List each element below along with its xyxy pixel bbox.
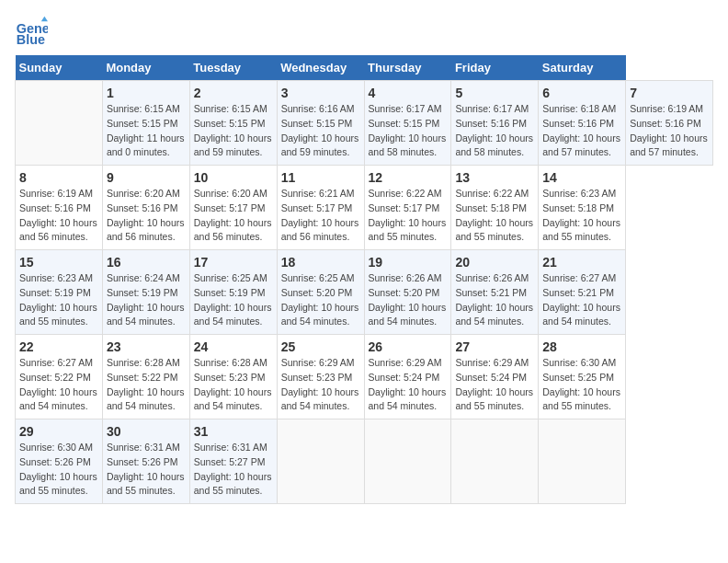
day-header-thursday: Thursday [364, 55, 451, 81]
day-number: 17 [194, 255, 273, 270]
day-number: 28 [542, 339, 621, 354]
day-number: 19 [369, 255, 448, 270]
calendar-cell: 22Sunrise: 6:27 AM Sunset: 5:22 PM Dayli… [16, 335, 103, 419]
day-number: 27 [455, 339, 534, 354]
week-row: 22Sunrise: 6:27 AM Sunset: 5:22 PM Dayli… [16, 335, 713, 419]
calendar-cell: 15Sunrise: 6:23 AM Sunset: 5:19 PM Dayli… [16, 250, 103, 335]
calendar-cell: 19Sunrise: 6:26 AM Sunset: 5:20 PM Dayli… [364, 250, 451, 335]
day-number: 18 [281, 255, 360, 270]
calendar-cell: 17Sunrise: 6:25 AM Sunset: 5:19 PM Dayli… [189, 250, 277, 335]
week-row: 29Sunrise: 6:30 AM Sunset: 5:26 PM Dayli… [16, 419, 713, 504]
calendar-cell: 25Sunrise: 6:29 AM Sunset: 5:23 PM Dayli… [277, 335, 364, 419]
day-number: 16 [107, 255, 186, 270]
day-info: Sunrise: 6:31 AM Sunset: 5:26 PM Dayligh… [107, 441, 186, 499]
logo: General Blue [15, 15, 48, 48]
day-number: 14 [542, 170, 621, 185]
day-info: Sunrise: 6:31 AM Sunset: 5:27 PM Dayligh… [194, 441, 273, 499]
day-number: 26 [369, 339, 448, 354]
day-info: Sunrise: 6:22 AM Sunset: 5:18 PM Dayligh… [455, 187, 534, 245]
page-header: General Blue [15, 15, 713, 48]
day-info: Sunrise: 6:28 AM Sunset: 5:22 PM Dayligh… [107, 356, 186, 414]
day-number: 3 [281, 86, 360, 100]
day-info: Sunrise: 6:20 AM Sunset: 5:17 PM Dayligh… [194, 187, 273, 245]
calendar-cell: 30Sunrise: 6:31 AM Sunset: 5:26 PM Dayli… [102, 419, 189, 504]
day-info: Sunrise: 6:28 AM Sunset: 5:23 PM Dayligh… [194, 356, 273, 414]
day-number: 24 [194, 339, 273, 354]
calendar-cell: 8Sunrise: 6:19 AM Sunset: 5:16 PM Daylig… [16, 166, 103, 250]
day-number: 25 [281, 339, 360, 354]
calendar-cell: 18Sunrise: 6:25 AM Sunset: 5:20 PM Dayli… [277, 250, 364, 335]
day-info: Sunrise: 6:17 AM Sunset: 5:15 PM Dayligh… [369, 102, 448, 160]
calendar-cell: 6Sunrise: 6:18 AM Sunset: 5:16 PM Daylig… [539, 81, 626, 166]
calendar-cell: 10Sunrise: 6:20 AM Sunset: 5:17 PM Dayli… [189, 166, 277, 250]
calendar-cell: 21Sunrise: 6:27 AM Sunset: 5:21 PM Dayli… [539, 250, 626, 335]
calendar-cell: 3Sunrise: 6:16 AM Sunset: 5:15 PM Daylig… [277, 81, 364, 166]
day-number: 21 [542, 255, 621, 270]
calendar-cell: 9Sunrise: 6:20 AM Sunset: 5:16 PM Daylig… [102, 166, 189, 250]
day-number: 12 [369, 170, 448, 185]
day-header-friday: Friday [451, 55, 539, 81]
day-info: Sunrise: 6:29 AM Sunset: 5:24 PM Dayligh… [369, 356, 448, 414]
calendar-cell [364, 419, 451, 504]
day-header-monday: Monday [102, 55, 189, 81]
day-header-sunday: Sunday [16, 55, 103, 81]
day-info: Sunrise: 6:26 AM Sunset: 5:21 PM Dayligh… [455, 271, 534, 329]
week-row: 1Sunrise: 6:15 AM Sunset: 5:15 PM Daylig… [16, 81, 713, 166]
day-number: 30 [107, 424, 186, 439]
day-number: 20 [455, 255, 534, 270]
day-info: Sunrise: 6:27 AM Sunset: 5:22 PM Dayligh… [19, 356, 98, 414]
day-info: Sunrise: 6:30 AM Sunset: 5:26 PM Dayligh… [19, 441, 98, 499]
day-number: 23 [107, 339, 186, 354]
calendar-cell: 11Sunrise: 6:21 AM Sunset: 5:17 PM Dayli… [277, 166, 364, 250]
logo-icon: General Blue [15, 15, 48, 48]
calendar-cell: 7Sunrise: 6:19 AM Sunset: 5:16 PM Daylig… [626, 81, 713, 166]
day-info: Sunrise: 6:27 AM Sunset: 5:21 PM Dayligh… [542, 271, 621, 329]
calendar-cell: 1Sunrise: 6:15 AM Sunset: 5:15 PM Daylig… [102, 81, 189, 166]
day-header-tuesday: Tuesday [189, 55, 277, 81]
empty-cell [16, 81, 103, 166]
week-row: 15Sunrise: 6:23 AM Sunset: 5:19 PM Dayli… [16, 250, 713, 335]
day-info: Sunrise: 6:16 AM Sunset: 5:15 PM Dayligh… [281, 102, 360, 160]
day-number: 1 [107, 86, 186, 100]
calendar-cell: 29Sunrise: 6:30 AM Sunset: 5:26 PM Dayli… [16, 419, 103, 504]
calendar-cell [451, 419, 539, 504]
week-row: 8Sunrise: 6:19 AM Sunset: 5:16 PM Daylig… [16, 166, 713, 250]
day-header-wednesday: Wednesday [277, 55, 364, 81]
day-info: Sunrise: 6:17 AM Sunset: 5:16 PM Dayligh… [455, 102, 534, 160]
calendar-cell: 16Sunrise: 6:24 AM Sunset: 5:19 PM Dayli… [102, 250, 189, 335]
header-row: SundayMondayTuesdayWednesdayThursdayFrid… [16, 55, 713, 81]
day-number: 10 [194, 170, 273, 185]
day-info: Sunrise: 6:19 AM Sunset: 5:16 PM Dayligh… [19, 187, 98, 245]
day-number: 22 [19, 339, 98, 354]
calendar-cell: 13Sunrise: 6:22 AM Sunset: 5:18 PM Dayli… [451, 166, 539, 250]
calendar-cell: 23Sunrise: 6:28 AM Sunset: 5:22 PM Dayli… [102, 335, 189, 419]
day-info: Sunrise: 6:25 AM Sunset: 5:19 PM Dayligh… [194, 271, 273, 329]
calendar-cell: 5Sunrise: 6:17 AM Sunset: 5:16 PM Daylig… [451, 81, 539, 166]
day-info: Sunrise: 6:15 AM Sunset: 5:15 PM Dayligh… [194, 102, 273, 160]
day-info: Sunrise: 6:15 AM Sunset: 5:15 PM Dayligh… [107, 102, 186, 160]
day-info: Sunrise: 6:18 AM Sunset: 5:16 PM Dayligh… [542, 102, 621, 160]
calendar-cell [539, 419, 626, 504]
day-info: Sunrise: 6:26 AM Sunset: 5:20 PM Dayligh… [369, 271, 448, 329]
day-number: 2 [194, 86, 273, 100]
day-info: Sunrise: 6:30 AM Sunset: 5:25 PM Dayligh… [542, 356, 621, 414]
svg-marker-2 [41, 17, 48, 21]
calendar-cell [277, 419, 364, 504]
day-number: 15 [19, 255, 98, 270]
calendar-cell: 2Sunrise: 6:15 AM Sunset: 5:15 PM Daylig… [189, 81, 277, 166]
day-info: Sunrise: 6:24 AM Sunset: 5:19 PM Dayligh… [107, 271, 186, 329]
day-number: 29 [19, 424, 98, 439]
svg-text:Blue: Blue [17, 32, 45, 47]
calendar-cell: 4Sunrise: 6:17 AM Sunset: 5:15 PM Daylig… [364, 81, 451, 166]
day-number: 9 [107, 170, 186, 185]
day-info: Sunrise: 6:23 AM Sunset: 5:19 PM Dayligh… [19, 271, 98, 329]
calendar-cell: 20Sunrise: 6:26 AM Sunset: 5:21 PM Dayli… [451, 250, 539, 335]
calendar-cell: 12Sunrise: 6:22 AM Sunset: 5:17 PM Dayli… [364, 166, 451, 250]
day-number: 7 [630, 86, 709, 100]
day-info: Sunrise: 6:22 AM Sunset: 5:17 PM Dayligh… [369, 187, 448, 245]
calendar-cell: 24Sunrise: 6:28 AM Sunset: 5:23 PM Dayli… [189, 335, 277, 419]
day-info: Sunrise: 6:25 AM Sunset: 5:20 PM Dayligh… [281, 271, 360, 329]
calendar-cell: 14Sunrise: 6:23 AM Sunset: 5:18 PM Dayli… [539, 166, 626, 250]
day-info: Sunrise: 6:20 AM Sunset: 5:16 PM Dayligh… [107, 187, 186, 245]
day-number: 4 [369, 86, 448, 100]
